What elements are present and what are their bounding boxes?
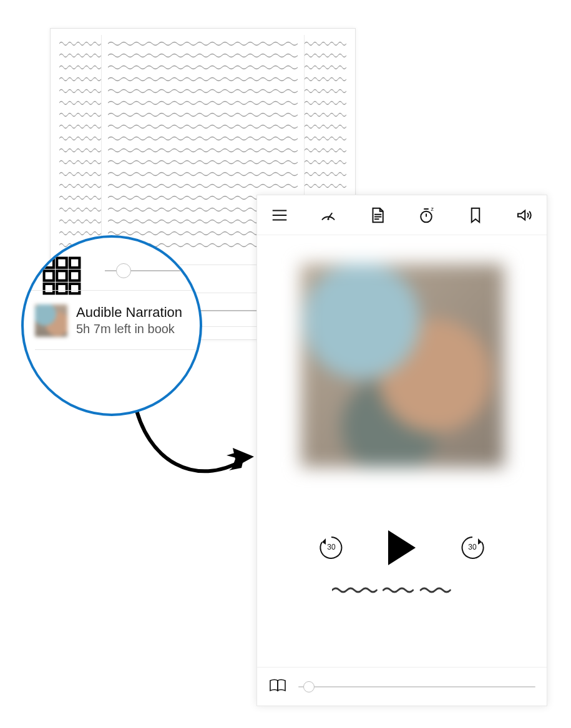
svg-marker-18 — [232, 448, 254, 469]
svg-rect-11 — [70, 258, 80, 268]
svg-point-23 — [328, 218, 329, 220]
sleep-timer-icon[interactable]: z — [415, 204, 437, 226]
speed-gauge-icon[interactable] — [317, 204, 339, 226]
callout-circle: Audible Narration 5h 7m left in book — [21, 235, 202, 416]
skip-back-button[interactable]: 30 — [317, 533, 346, 562]
book-cover-thumb — [35, 304, 67, 337]
audible-title: Audible Narration — [76, 304, 182, 321]
open-book-icon[interactable] — [268, 678, 287, 696]
volume-icon[interactable] — [513, 204, 535, 226]
audible-player: z 30 30 — [256, 195, 547, 706]
skip-forward-seconds: 30 — [458, 543, 487, 551]
svg-text:z: z — [431, 206, 434, 212]
page-gutter-left: document.write(Array.from({length:18}).m… — [59, 35, 102, 265]
player-toolbar: z — [257, 195, 547, 235]
grid-icon[interactable] — [42, 256, 81, 295]
skip-forward-button[interactable]: 30 — [458, 533, 487, 562]
svg-rect-12 — [44, 271, 54, 281]
play-button[interactable] — [388, 530, 416, 565]
svg-rect-15 — [44, 284, 54, 294]
menu-icon[interactable] — [268, 204, 291, 226]
document-icon[interactable] — [366, 204, 389, 226]
svg-rect-13 — [57, 271, 67, 281]
book-cover — [301, 264, 504, 467]
slider-knob[interactable] — [116, 263, 131, 278]
svg-rect-16 — [57, 284, 67, 294]
playback-progress-slider[interactable] — [298, 686, 535, 687]
slider-knob[interactable] — [303, 681, 315, 692]
skip-back-seconds: 30 — [317, 543, 346, 551]
audible-narration-labels: Audible Narration 5h 7m left in book — [76, 304, 182, 337]
audible-time-remaining: 5h 7m left in book — [76, 321, 182, 337]
chapter-title-placeholder — [332, 585, 472, 595]
svg-rect-9 — [44, 258, 54, 268]
divider — [24, 290, 200, 291]
svg-rect-14 — [70, 271, 80, 281]
audible-narration-row[interactable]: Audible Narration 5h 7m left in book — [35, 300, 200, 350]
bookmark-icon[interactable] — [464, 204, 487, 226]
svg-rect-17 — [70, 284, 80, 294]
player-footer — [257, 667, 547, 706]
svg-rect-10 — [57, 258, 67, 268]
transport-controls: 30 30 — [257, 520, 547, 576]
